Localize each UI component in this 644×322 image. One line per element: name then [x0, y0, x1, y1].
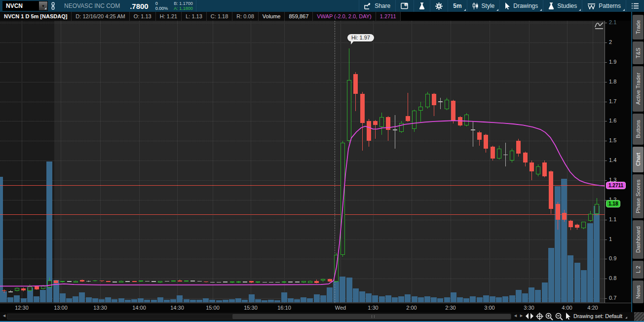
sidebar-tab-news[interactable]: News — [633, 281, 644, 303]
time-axis-label: 3:30 — [518, 305, 540, 311]
time-axis-label: 4:00 — [556, 305, 578, 311]
sidebar-tab-buttons[interactable]: Buttons — [633, 114, 644, 145]
studies-flask-icon — [548, 2, 554, 10]
bid-ask-stack: B: 1.1700 A: 1.1800 — [171, 1, 196, 11]
time-axis-label: 16:10 — [273, 305, 295, 311]
events-calendar-icon: 1 — [401, 2, 409, 9]
share-button[interactable]: Share — [359, 0, 395, 12]
symbol-input[interactable]: NVCN ▼ — [2, 1, 48, 11]
style-button[interactable]: Style — [467, 0, 500, 12]
drawings-label: Drawings — [513, 2, 538, 9]
price-axis-tick — [605, 141, 607, 141]
price-axis-label: 2.1 — [609, 19, 616, 25]
sidebar-tab-phase-scores[interactable]: Phase Scores — [633, 174, 644, 218]
timeframe-label: 5m — [453, 2, 461, 9]
time-axis-label: 2:30 — [440, 305, 461, 311]
alerts-flask-icon — [419, 2, 425, 10]
time-axis[interactable]: 12:3013:0013:3014:0014:3015:0015:3016:10… — [0, 303, 632, 312]
bar-open: O: 1.13 — [130, 12, 156, 21]
crosshair-icon[interactable] — [536, 313, 543, 320]
price-axis-label: 1.9 — [609, 59, 616, 65]
chart-settings-button[interactable] — [430, 0, 448, 12]
time-axis-label: 1:30 — [362, 305, 384, 311]
symbol-dropdown-button[interactable]: ▼ — [39, 1, 47, 10]
patterns-label: Patterns — [599, 2, 621, 9]
wave-icon[interactable] — [594, 21, 605, 31]
volume-value: 859,867 — [285, 12, 313, 21]
sidebar-tab-trade[interactable]: Trade — [633, 15, 644, 40]
price-axis-tick — [605, 180, 607, 181]
vwap-line — [0, 21, 605, 303]
vwap-price-bubble: 1.2711 — [606, 182, 626, 189]
patterns-icon — [587, 3, 596, 9]
analyze-button[interactable] — [414, 0, 430, 12]
symbol-value[interactable]: NVCN — [3, 2, 39, 9]
cursor-icon — [505, 2, 510, 9]
bid-value: B: 1.1700 — [174, 1, 193, 6]
chart-menu-button[interactable] — [626, 0, 644, 12]
sidebar-tab-chart[interactable]: Chart — [633, 147, 644, 172]
last-price: .7800 — [126, 2, 152, 10]
svg-text:1: 1 — [405, 3, 407, 6]
company-name: NEOVASC INC COM — [58, 2, 126, 9]
time-axis-label: 14:30 — [166, 305, 188, 311]
thinkorswim-window: NVCN ▼ NEOVASC INC COM .7800 0 0.00% B: … — [0, 0, 644, 322]
studies-label: Studies — [557, 2, 577, 9]
time-axis-label: 12:30 — [11, 305, 33, 311]
zoom-out-icon[interactable] — [555, 313, 563, 321]
timeframe-button[interactable]: 5m — [448, 0, 466, 12]
time-axis-label: 2:00 — [401, 305, 422, 311]
time-axis-label: 4:20 — [582, 305, 604, 311]
resize-grip[interactable] — [634, 312, 644, 321]
vwap-study-label[interactable]: VWAP (-2.0, 2.0, DAY) — [313, 12, 376, 21]
price-axis-label: 1 — [609, 236, 612, 242]
zoom-in-icon[interactable] — [545, 313, 553, 321]
price-axis-tick — [605, 42, 607, 43]
time-axis-label: 15:30 — [240, 305, 262, 311]
sidebar-tab-l-2[interactable]: L 2 — [633, 261, 644, 279]
price-axis-label: 1.5 — [609, 137, 616, 143]
vwap-study-value: 1.2711 — [376, 12, 401, 21]
sidebar-tab-active-trader[interactable]: Active Trader — [633, 66, 644, 112]
price-axis-tick — [605, 62, 607, 63]
ask-value: A: 1.1800 — [174, 6, 193, 11]
price-axis-tick — [605, 240, 607, 240]
price-axis-label: 1.6 — [609, 118, 616, 123]
chart-scrollbar[interactable] — [7, 314, 511, 320]
price-axis[interactable]: 1.2711 1.18 2.121.91.81.71.61.51.41.31.2… — [605, 21, 631, 312]
price-axis-label: 1.4 — [609, 157, 616, 163]
sidebar-tab-dashboard[interactable]: Dashboard — [633, 220, 644, 259]
price-axis-tick — [605, 298, 607, 299]
scrollbar-grip — [372, 315, 375, 318]
price-axis-tick — [605, 23, 607, 23]
time-axis-label: 13:30 — [89, 305, 111, 311]
price-axis-tick — [605, 102, 607, 102]
time-axis-label: 15:00 — [202, 305, 224, 311]
candlestick-icon — [472, 2, 479, 9]
scroll-step-right[interactable]: ► — [519, 313, 524, 318]
scrollbar-thumb[interactable] — [232, 314, 511, 319]
bar-datetime: D: 12/16/20 4:25 AM — [72, 12, 129, 21]
scroll-step-left[interactable]: ◄ — [513, 313, 518, 318]
change-stack: 0 0.00% — [152, 1, 171, 11]
price-axis-tick — [605, 121, 607, 121]
high-annotation-bubble: Hi: 1.97 — [347, 34, 374, 41]
scroll-left-arrow[interactable]: ◄ — [2, 313, 6, 318]
pan-icon[interactable] — [525, 313, 534, 320]
economic-events-button[interactable]: 1 — [396, 0, 414, 12]
price-axis-label: 0.8 — [609, 275, 616, 281]
cursor-tool-icon[interactable] — [566, 313, 571, 320]
sidebar-tab-t-s[interactable]: T&S — [633, 41, 644, 64]
price-axis-tick — [605, 259, 607, 259]
volume-label: Volume — [259, 12, 285, 21]
studies-button[interactable]: Studies — [543, 0, 582, 12]
drawings-button[interactable]: Drawings — [500, 0, 543, 12]
time-axis-label: 14:00 — [128, 305, 150, 311]
price-axis-label: 0.7 — [609, 295, 616, 301]
symbol-link-button[interactable] — [48, 0, 58, 12]
change-percent: 0.00% — [155, 6, 168, 11]
drawing-set-selector[interactable]: Drawing set: Default — [573, 313, 622, 319]
patterns-button[interactable]: Patterns — [582, 0, 626, 12]
chart-plot-area[interactable]: Hi: 1.97 — [0, 21, 605, 303]
top-toolbar: NVCN ▼ NEOVASC INC COM .7800 0 0.00% B: … — [0, 0, 644, 12]
